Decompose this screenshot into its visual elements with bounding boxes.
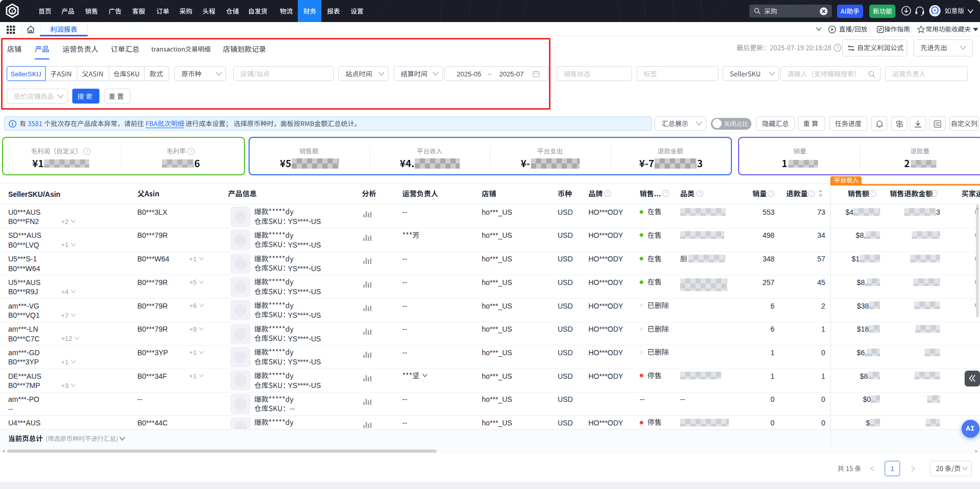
svg-text:?: ?: [86, 149, 88, 154]
svg-text:?: ?: [699, 191, 701, 196]
svg-text:?: ?: [665, 191, 667, 196]
svg-text:?: ?: [770, 191, 772, 196]
svg-text:?: ?: [872, 191, 874, 196]
svg-text:?: ?: [606, 191, 609, 196]
svg-text:?: ?: [836, 45, 839, 50]
svg-text:?: ?: [190, 149, 192, 154]
svg-text:?: ?: [933, 191, 935, 196]
svg-text:?: ?: [810, 191, 813, 196]
